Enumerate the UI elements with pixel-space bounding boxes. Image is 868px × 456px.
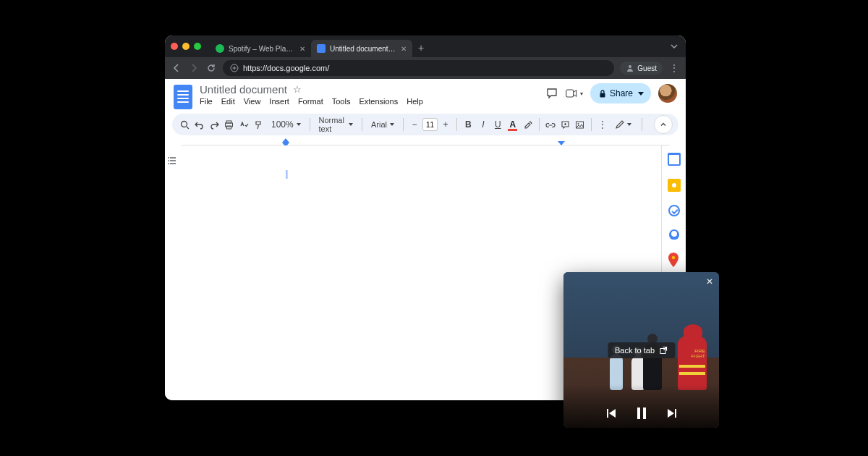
scene-figure [610,354,623,390]
menu-insert[interactable]: Insert [269,97,289,106]
svg-point-15 [671,256,675,260]
browser-menu-button[interactable]: ⋮ [668,62,680,74]
menu-edit[interactable]: Edit [221,97,235,106]
document-title-input[interactable]: Untitled document [200,83,287,96]
open-in-tab-icon [659,346,668,355]
tab-label: Spotify – Web Player: Music f [229,45,295,53]
zoom-select[interactable]: 100% [267,116,305,133]
font-size-value: 11 [426,121,434,129]
guest-label: Guest [637,64,657,72]
window-maximize-button[interactable] [194,43,201,50]
window-minimize-button[interactable] [182,43,190,50]
paragraph-style-select[interactable]: Normal text [314,116,357,133]
menu-file[interactable]: File [200,97,213,106]
italic-button[interactable]: I [477,116,490,133]
menu-bar: File Edit View Insert Format Tools Exten… [200,97,538,106]
font-size-decrease[interactable]: − [408,116,422,133]
toolbar-separator [539,118,540,131]
svg-point-14 [168,163,169,164]
account-avatar[interactable] [658,84,677,103]
menu-format[interactable]: Format [298,97,323,106]
left-gutter [165,145,181,400]
undo-button[interactable] [193,116,207,133]
bold-button[interactable]: B [461,116,475,133]
docs-favicon-icon [317,44,326,53]
editing-mode-select[interactable] [610,116,636,133]
nav-forward-button[interactable] [188,62,200,74]
star-icon[interactable]: ☆ [293,84,302,95]
spotify-favicon-icon [216,44,224,53]
search-menus-icon[interactable] [178,116,192,133]
spellcheck-button[interactable] [237,116,251,133]
pause-button[interactable] [637,408,646,419]
chevron-down-icon[interactable] [668,41,680,52]
svg-point-6 [181,121,187,127]
menu-extensions[interactable]: Extensions [359,97,398,106]
site-info-icon[interactable] [230,64,239,72]
toolbar-separator [642,118,642,131]
calendar-app-icon[interactable] [668,153,681,166]
menu-tools[interactable]: Tools [332,97,351,106]
redo-button[interactable] [208,116,221,133]
toolbar-separator [362,118,362,131]
zoom-value: 100% [271,119,294,130]
maps-app-icon[interactable] [668,253,681,266]
collapse-toolbar-button[interactable] [654,115,673,134]
svg-rect-18 [675,409,676,418]
docs-header: Untitled document ☆ File Edit View Inser… [165,79,686,111]
menu-help[interactable]: Help [407,97,423,106]
contacts-app-icon[interactable] [669,229,679,240]
reload-button[interactable] [205,62,217,74]
docs-toolbar: 100% Normal text Arial − 11 + B I U A ⋮ [172,114,678,135]
document-outline-icon[interactable] [168,156,178,400]
text-cursor-icon [286,170,287,179]
keep-app-icon[interactable] [668,179,681,192]
svg-rect-4 [566,90,574,97]
print-button[interactable] [223,116,237,133]
insert-image-button[interactable] [573,116,587,133]
horizontal-ruler[interactable] [181,138,670,145]
google-docs-logo-icon[interactable] [174,85,192,109]
more-toolbar-button[interactable]: ⋮ [596,116,610,133]
insert-link-button[interactable] [543,116,557,133]
toolbar-separator [403,118,404,131]
font-size-increase[interactable]: + [439,116,453,133]
url-input[interactable]: https://docs.google.com/ [223,60,614,76]
window-close-button[interactable] [171,43,178,50]
text-color-button[interactable]: A [506,116,520,133]
comment-history-icon[interactable] [545,87,558,100]
scene-firefighter [678,336,707,390]
next-track-button[interactable] [666,408,678,419]
pip-window[interactable]: ✕ Back to tab [563,272,719,428]
pause-icon [637,408,646,419]
tab-strip: Spotify – Web Player: Music f ✕ Untitled… [165,35,686,57]
menu-view[interactable]: View [244,97,261,106]
previous-track-button[interactable] [605,408,617,419]
add-comment-button[interactable] [558,116,572,133]
highlight-color-button[interactable] [521,116,535,133]
close-tab-icon[interactable]: ✕ [299,45,305,53]
close-tab-icon[interactable]: ✕ [401,45,407,53]
indent-left-marker-icon[interactable] [282,138,289,143]
meet-call-icon[interactable]: ▾ [566,87,583,100]
lock-icon [599,90,606,98]
browser-tab-docs[interactable]: Untitled document - Google D ✕ [311,40,412,57]
toolbar-separator [456,118,457,131]
new-tab-button[interactable]: + [418,42,424,54]
back-to-tab-button[interactable]: Back to tab [608,342,675,358]
nav-back-button[interactable] [171,62,182,74]
share-button[interactable]: Share [590,83,651,104]
underline-button[interactable]: U [491,116,505,133]
font-select[interactable]: Arial [367,116,399,133]
svg-rect-17 [607,409,608,418]
browser-tab-spotify[interactable]: Spotify – Web Player: Music f ✕ [210,40,311,57]
guest-avatar-icon [626,64,634,72]
paint-format-button[interactable] [252,116,266,133]
pip-close-button[interactable]: ✕ [706,276,713,287]
back-to-tab-label: Back to tab [615,346,655,355]
pip-controls [563,408,719,419]
profile-guest-chip[interactable]: Guest [620,62,663,75]
tasks-app-icon[interactable] [668,205,680,216]
font-size-input[interactable]: 11 [422,118,438,131]
header-right: ▾ Share [545,83,677,104]
